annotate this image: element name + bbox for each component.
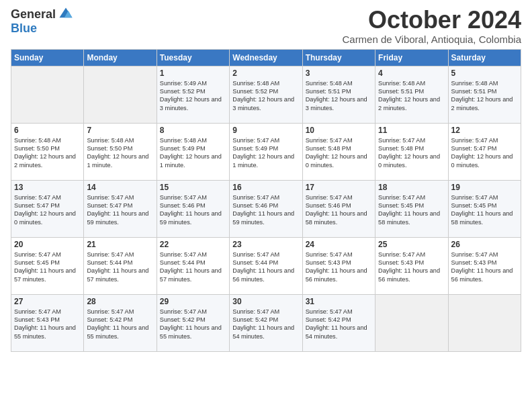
cell-info: Sunrise: 5:47 AM Sunset: 5:44 PM Dayligh… xyxy=(232,250,299,284)
cell-info: Sunrise: 5:48 AM Sunset: 5:49 PM Dayligh… xyxy=(160,136,226,170)
calendar-cell: 1Sunrise: 5:49 AM Sunset: 5:52 PM Daylig… xyxy=(157,66,229,123)
day-number: 28 xyxy=(87,297,153,306)
calendar-week-row: 6Sunrise: 5:48 AM Sunset: 5:50 PM Daylig… xyxy=(11,123,521,180)
col-header-wednesday: Wednesday xyxy=(230,49,302,66)
cell-info: Sunrise: 5:47 AM Sunset: 5:43 PM Dayligh… xyxy=(306,250,372,284)
day-number: 4 xyxy=(378,68,445,78)
day-number: 3 xyxy=(306,68,372,78)
calendar-week-row: 20Sunrise: 5:47 AM Sunset: 5:45 PM Dayli… xyxy=(11,237,521,294)
calendar-cell: 18Sunrise: 5:47 AM Sunset: 5:45 PM Dayli… xyxy=(375,180,448,237)
day-number: 19 xyxy=(451,183,518,192)
cell-info: Sunrise: 5:48 AM Sunset: 5:50 PM Dayligh… xyxy=(87,136,153,170)
calendar-week-row: 27Sunrise: 5:47 AM Sunset: 5:43 PM Dayli… xyxy=(11,294,521,351)
calendar-cell: 6Sunrise: 5:48 AM Sunset: 5:50 PM Daylig… xyxy=(11,123,84,180)
logo-general-text: General xyxy=(11,7,56,21)
day-number: 11 xyxy=(378,126,445,135)
calendar-cell: 24Sunrise: 5:47 AM Sunset: 5:43 PM Dayli… xyxy=(302,237,375,294)
logo: General Blue xyxy=(11,7,73,36)
calendar-cell: 25Sunrise: 5:47 AM Sunset: 5:43 PM Dayli… xyxy=(375,237,448,294)
col-header-friday: Friday xyxy=(375,49,448,66)
cell-info: Sunrise: 5:47 AM Sunset: 5:46 PM Dayligh… xyxy=(160,193,226,227)
calendar-cell: 9Sunrise: 5:47 AM Sunset: 5:49 PM Daylig… xyxy=(230,123,302,180)
day-number: 8 xyxy=(160,126,226,135)
col-header-sunday: Sunday xyxy=(11,49,84,66)
cell-info: Sunrise: 5:48 AM Sunset: 5:51 PM Dayligh… xyxy=(378,79,445,113)
header: General Blue October 2024 Carmen de Vibo… xyxy=(11,7,521,45)
cell-info: Sunrise: 5:47 AM Sunset: 5:49 PM Dayligh… xyxy=(232,136,299,170)
cell-info: Sunrise: 5:49 AM Sunset: 5:52 PM Dayligh… xyxy=(160,79,226,113)
location-title: Carmen de Viboral, Antioquia, Colombia xyxy=(342,34,521,45)
month-title: October 2024 xyxy=(342,7,521,34)
page: General Blue October 2024 Carmen de Vibo… xyxy=(0,0,532,411)
logo-blue-text: Blue xyxy=(11,21,37,36)
cell-info: Sunrise: 5:47 AM Sunset: 5:44 PM Dayligh… xyxy=(160,250,226,284)
cell-info: Sunrise: 5:47 AM Sunset: 5:43 PM Dayligh… xyxy=(14,308,81,341)
cell-info: Sunrise: 5:48 AM Sunset: 5:50 PM Dayligh… xyxy=(14,136,81,170)
day-number: 2 xyxy=(232,68,299,78)
calendar-cell: 2Sunrise: 5:48 AM Sunset: 5:52 PM Daylig… xyxy=(230,66,302,123)
calendar-cell: 27Sunrise: 5:47 AM Sunset: 5:43 PM Dayli… xyxy=(11,294,84,351)
calendar-cell xyxy=(11,66,84,123)
col-header-tuesday: Tuesday xyxy=(157,49,229,66)
calendar-cell: 14Sunrise: 5:47 AM Sunset: 5:47 PM Dayli… xyxy=(84,180,157,237)
calendar-cell: 23Sunrise: 5:47 AM Sunset: 5:44 PM Dayli… xyxy=(230,237,302,294)
calendar-cell xyxy=(375,294,448,351)
calendar-table: SundayMondayTuesdayWednesdayThursdayFrid… xyxy=(11,49,521,352)
cell-info: Sunrise: 5:47 AM Sunset: 5:43 PM Dayligh… xyxy=(378,250,445,284)
cell-info: Sunrise: 5:48 AM Sunset: 5:51 PM Dayligh… xyxy=(451,79,518,113)
day-number: 5 xyxy=(451,68,518,78)
title-block: October 2024 Carmen de Viboral, Antioqui… xyxy=(342,7,521,45)
cell-info: Sunrise: 5:47 AM Sunset: 5:44 PM Dayligh… xyxy=(87,250,153,284)
cell-info: Sunrise: 5:47 AM Sunset: 5:45 PM Dayligh… xyxy=(451,193,518,227)
col-header-saturday: Saturday xyxy=(448,49,521,66)
day-number: 13 xyxy=(14,183,81,192)
day-number: 29 xyxy=(160,297,226,306)
cell-info: Sunrise: 5:48 AM Sunset: 5:51 PM Dayligh… xyxy=(306,79,372,113)
cell-info: Sunrise: 5:47 AM Sunset: 5:42 PM Dayligh… xyxy=(87,308,153,341)
col-header-monday: Monday xyxy=(84,49,157,66)
day-number: 9 xyxy=(232,126,299,135)
day-number: 31 xyxy=(306,297,372,306)
calendar-cell: 19Sunrise: 5:47 AM Sunset: 5:45 PM Dayli… xyxy=(448,180,521,237)
calendar-cell: 17Sunrise: 5:47 AM Sunset: 5:46 PM Dayli… xyxy=(302,180,375,237)
day-number: 1 xyxy=(160,68,226,78)
day-number: 30 xyxy=(232,297,299,306)
cell-info: Sunrise: 5:48 AM Sunset: 5:52 PM Dayligh… xyxy=(232,79,299,113)
cell-info: Sunrise: 5:47 AM Sunset: 5:43 PM Dayligh… xyxy=(451,250,518,284)
calendar-cell: 4Sunrise: 5:48 AM Sunset: 5:51 PM Daylig… xyxy=(375,66,448,123)
day-number: 23 xyxy=(232,240,299,249)
day-number: 21 xyxy=(87,240,153,249)
day-number: 6 xyxy=(14,126,81,135)
calendar-week-row: 13Sunrise: 5:47 AM Sunset: 5:47 PM Dayli… xyxy=(11,180,521,237)
calendar-cell: 31Sunrise: 5:47 AM Sunset: 5:42 PM Dayli… xyxy=(302,294,375,351)
cell-info: Sunrise: 5:47 AM Sunset: 5:42 PM Dayligh… xyxy=(160,308,226,341)
day-number: 27 xyxy=(14,297,81,306)
day-number: 25 xyxy=(378,240,445,249)
day-number: 15 xyxy=(160,183,226,192)
cell-info: Sunrise: 5:47 AM Sunset: 5:48 PM Dayligh… xyxy=(378,136,445,170)
cell-info: Sunrise: 5:47 AM Sunset: 5:45 PM Dayligh… xyxy=(14,250,81,284)
calendar-cell: 30Sunrise: 5:47 AM Sunset: 5:42 PM Dayli… xyxy=(230,294,302,351)
calendar-cell: 12Sunrise: 5:47 AM Sunset: 5:47 PM Dayli… xyxy=(448,123,521,180)
calendar-cell: 3Sunrise: 5:48 AM Sunset: 5:51 PM Daylig… xyxy=(302,66,375,123)
day-number: 7 xyxy=(87,126,153,135)
day-number: 20 xyxy=(14,240,81,249)
calendar-cell: 28Sunrise: 5:47 AM Sunset: 5:42 PM Dayli… xyxy=(84,294,157,351)
calendar-cell: 26Sunrise: 5:47 AM Sunset: 5:43 PM Dayli… xyxy=(448,237,521,294)
calendar-cell xyxy=(84,66,157,123)
cell-info: Sunrise: 5:47 AM Sunset: 5:46 PM Dayligh… xyxy=(306,193,372,227)
calendar-cell: 22Sunrise: 5:47 AM Sunset: 5:44 PM Dayli… xyxy=(157,237,229,294)
day-number: 10 xyxy=(306,126,372,135)
day-number: 14 xyxy=(87,183,153,192)
calendar-cell: 21Sunrise: 5:47 AM Sunset: 5:44 PM Dayli… xyxy=(84,237,157,294)
logo-icon xyxy=(58,7,73,21)
calendar-cell: 10Sunrise: 5:47 AM Sunset: 5:48 PM Dayli… xyxy=(302,123,375,180)
day-number: 26 xyxy=(451,240,518,249)
col-header-thursday: Thursday xyxy=(302,49,375,66)
calendar-cell: 5Sunrise: 5:48 AM Sunset: 5:51 PM Daylig… xyxy=(448,66,521,123)
day-number: 22 xyxy=(160,240,226,249)
day-number: 18 xyxy=(378,183,445,192)
calendar-cell: 8Sunrise: 5:48 AM Sunset: 5:49 PM Daylig… xyxy=(157,123,229,180)
calendar-cell: 11Sunrise: 5:47 AM Sunset: 5:48 PM Dayli… xyxy=(375,123,448,180)
calendar-cell: 20Sunrise: 5:47 AM Sunset: 5:45 PM Dayli… xyxy=(11,237,84,294)
